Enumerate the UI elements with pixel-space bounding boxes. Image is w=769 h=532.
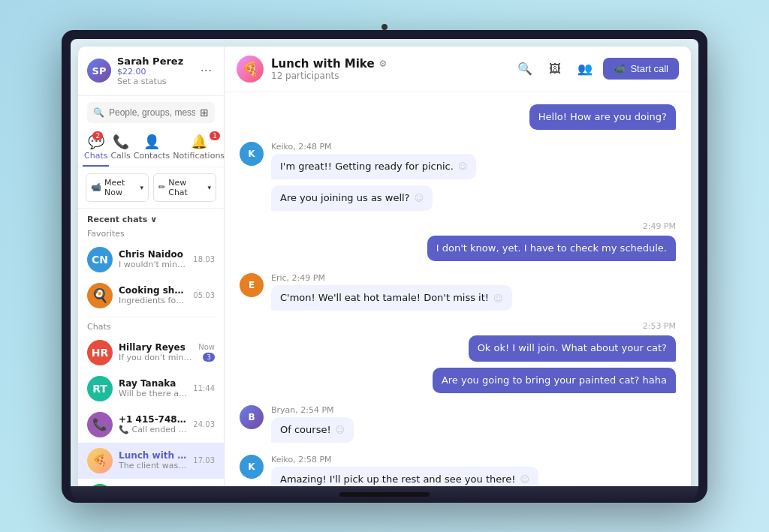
tab-chats-label: Chats xyxy=(84,151,107,161)
laptop-base xyxy=(71,486,698,503)
chat-item-phone[interactable]: 📞 +1 415-748-7920 📞 Call ended · 1m 22s … xyxy=(78,407,224,443)
chat-item-chris-naidoo[interactable]: CN Chris Naidoo I wouldn't mind meeting … xyxy=(78,242,224,278)
chat-info-lunch: Lunch with Mike The client was pretty ha… xyxy=(119,450,187,470)
chat-meta-cooking: 05.03 xyxy=(193,291,215,299)
chat-info-phone: +1 415-748-7920 📞 Call ended · 1m 22s xyxy=(119,414,187,434)
chat-header: 🍕 Lunch with Mike ⚙ 12 participants 🔍 🖼 xyxy=(225,47,691,92)
msg-content-9: Keiko, 2:58 PM Amazing! I'll pick up the… xyxy=(271,455,538,486)
chat-name-lunch: Lunch with Mike xyxy=(119,450,187,461)
reaction-icon-9[interactable]: ☺ xyxy=(520,473,530,485)
user-status[interactable]: Set a status xyxy=(117,77,191,86)
start-call-button[interactable]: 📹 Start call xyxy=(603,58,679,80)
message-row-9: K Keiko, 2:58 PM Amazing! I'll pick up t… xyxy=(240,455,676,486)
chat-time-chris: 18.03 xyxy=(193,255,215,263)
msg-content-1: Hello! How are you doing? xyxy=(529,104,676,130)
msg-avatar-keiko: K xyxy=(240,142,264,166)
chat-name-cooking: Cooking shows xyxy=(119,285,187,296)
chat-item-lunch[interactable]: 🍕 Lunch with Mike The client was pretty … xyxy=(78,443,224,479)
chat-avatar-joshua: JV xyxy=(87,484,113,486)
search-input[interactable] xyxy=(109,107,195,118)
notifications-badge: 1 xyxy=(210,131,220,140)
search-messages-button[interactable]: 🔍 xyxy=(513,57,537,81)
participants-button[interactable]: 👥 xyxy=(573,57,597,81)
chat-preview-lunch: The client was pretty happy with... xyxy=(119,461,187,470)
meet-now-label: Meet Now xyxy=(104,178,137,197)
camera-dot xyxy=(381,24,388,30)
chats-badge: 2 xyxy=(92,131,103,140)
user-avatar[interactable]: SP xyxy=(87,59,111,83)
chat-preview-hillary: If you don't mind can you finish... xyxy=(119,353,192,362)
msg-bubble-7: Are you going to bring your painted cat?… xyxy=(433,368,676,393)
msg-content-4: I don't know, yet. I have to check my sc… xyxy=(427,236,676,261)
contacts-icon: 👤 xyxy=(143,134,160,149)
chat-avatar-chris: CN xyxy=(87,247,113,272)
msg-bubble-4: I don't know, yet. I have to check my sc… xyxy=(427,236,676,261)
message-row-7: Are you going to bring your painted cat?… xyxy=(240,368,676,393)
tab-contacts[interactable]: 👤 Contacts xyxy=(132,129,172,167)
chat-list: Recent chats ∨ Favorites CN Chris Naidoo… xyxy=(78,209,224,486)
recent-chats-label[interactable]: Recent chats ∨ xyxy=(78,209,224,227)
meet-now-button[interactable]: 📹 Meet Now ▾ xyxy=(86,173,149,202)
reaction-icon-8[interactable]: ☺ xyxy=(336,424,345,437)
chat-item-ray[interactable]: RT Ray Tanaka Will be there as soon as I… xyxy=(78,371,224,407)
msg-content-6: Ok ok! I will join. What about your cat? xyxy=(469,335,676,361)
chat-info-ray: Ray Tanaka Will be there as soon as I ca… xyxy=(119,378,187,398)
notifications-icon: 🔔 xyxy=(191,134,207,149)
chat-time-phone: 24.03 xyxy=(193,420,215,428)
chat-info-hillary: Hillary Reyes If you don't mind can you … xyxy=(119,342,192,362)
add-image-button[interactable]: 🖼 xyxy=(543,57,567,81)
chat-header-actions: 🔍 🖼 👥 📹 Start call xyxy=(513,57,679,81)
chat-header-info: Lunch with Mike ⚙ 12 participants xyxy=(271,57,505,81)
screen-content: SP Sarah Perez $22.00 Set a status ··· xyxy=(71,39,698,486)
chat-name-ray: Ray Tanaka xyxy=(119,378,187,389)
tab-calls-label: Calls xyxy=(110,151,130,161)
chat-item-cooking-shows[interactable]: 🍳 Cooking shows Ingredients for our next… xyxy=(78,278,224,314)
tab-chats[interactable]: 💬 Chats 2 xyxy=(83,129,109,167)
reaction-icon-3[interactable]: ☺ xyxy=(415,192,424,205)
msg-sender-eric: Eric, 2:49 PM xyxy=(271,273,512,283)
new-chat-button[interactable]: ✏️ New Chat ▾ xyxy=(153,173,216,202)
tab-notifications[interactable]: 🔔 Notifications 1 xyxy=(171,129,226,167)
chat-time-ray: 11:44 xyxy=(193,384,215,392)
message-row-8: B Bryan, 2:54 PM Of course! ☺ xyxy=(240,405,676,443)
new-chat-label: New Chat xyxy=(168,178,204,197)
gear-icon[interactable]: ⚙ xyxy=(379,59,388,69)
chat-preview-chris: I wouldn't mind meeting sooner... xyxy=(119,260,187,269)
favorites-label: Favorites xyxy=(78,227,224,242)
msg-bubble-2: I'm great!! Getting ready for picnic. ☺ xyxy=(271,154,476,179)
reaction-icon-2[interactable]: ☺ xyxy=(458,161,468,173)
chat-preview-phone: 📞 Call ended · 1m 22s xyxy=(119,425,187,434)
chat-item-joshua[interactable]: JV Joshua VanBuren You: Thank you! 16.03 xyxy=(78,479,224,486)
chat-name-chris: Chris Naidoo xyxy=(119,249,187,260)
chat-panel: 🍕 Lunch with Mike ⚙ 12 participants 🔍 🖼 xyxy=(225,47,691,486)
chat-header-participants: 12 participants xyxy=(271,71,505,81)
msg-content-2: Keiko, 2:48 PM I'm great!! Getting ready… xyxy=(271,142,476,179)
msg-content-5: Eric, 2:49 PM C'mon! We'll eat hot tamal… xyxy=(271,273,512,311)
tab-calls[interactable]: 📞 Calls xyxy=(109,129,131,167)
msg-content-7: Are you going to bring your painted cat?… xyxy=(433,368,676,393)
user-price: $22.00 xyxy=(117,67,146,77)
message-row-4: I don't know, yet. I have to check my sc… xyxy=(240,236,676,261)
chat-preview-cooking: Ingredients for our next dish are... xyxy=(119,296,187,305)
grid-icon[interactable]: ⊞ xyxy=(200,107,209,119)
chats-divider xyxy=(87,317,215,317)
reaction-icon-5[interactable]: ☺ xyxy=(493,293,503,305)
chat-avatar-ray: RT xyxy=(87,376,113,401)
chat-item-hillary[interactable]: HR Hillary Reyes If you don't mind can y… xyxy=(78,335,224,371)
chat-header-name: Lunch with Mike ⚙ xyxy=(271,57,505,71)
chat-avatar-hillary: HR xyxy=(87,340,113,365)
video-call-icon: 📹 xyxy=(614,63,626,74)
chat-name-hillary: Hillary Reyes xyxy=(119,342,192,353)
chat-preview-ray: Will be there as soon as I can! xyxy=(119,389,187,398)
message-row-3: Are you joining us as well? ☺ xyxy=(240,185,676,211)
chat-avatar-cooking: 🍳 xyxy=(87,283,113,308)
msg-bubble-8: Of course! ☺ xyxy=(271,417,354,443)
tab-notifications-label: Notifications xyxy=(173,151,225,161)
more-options-button[interactable]: ··· xyxy=(198,62,215,80)
user-info: SP Sarah Perez $22.00 Set a status ··· xyxy=(87,56,215,86)
sidebar-header: SP Sarah Perez $22.00 Set a status ··· xyxy=(78,47,224,96)
chat-meta-lunch: 17.03 xyxy=(193,456,215,464)
nav-tabs: 💬 Chats 2 📞 Calls 👤 Contacts xyxy=(78,129,224,167)
msg-sender-bryan: Bryan, 2:54 PM xyxy=(271,405,354,415)
msg-bubble-5: C'mon! We'll eat hot tamale! Don't miss … xyxy=(271,285,512,311)
